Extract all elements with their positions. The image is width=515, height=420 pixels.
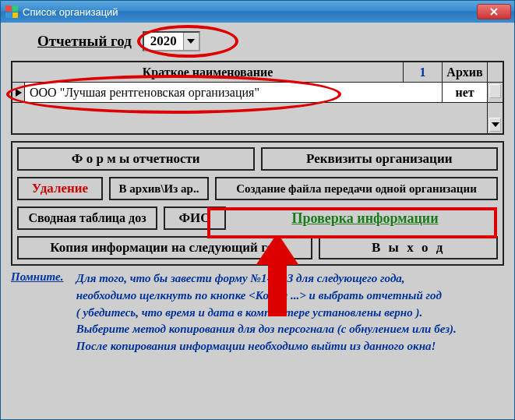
note-block: Помните. Для того, что бы завести форму … bbox=[5, 266, 510, 355]
grid-header: Краткое наименование 1 Архив bbox=[12, 62, 503, 83]
window: Список организаций Отчетный год 2020 Кра… bbox=[0, 0, 515, 420]
note-line: необходимо щелкнуть по кнопке <Копия ...… bbox=[76, 289, 442, 302]
cell-org-name: ООО "Лучшая рентгеновская организация" bbox=[25, 83, 442, 102]
scrollbar-head bbox=[487, 62, 503, 82]
col-count: 1 bbox=[403, 62, 442, 82]
year-row: Отчетный год 2020 bbox=[5, 26, 510, 56]
note-heading: Помните. bbox=[11, 270, 73, 284]
exit-button[interactable]: В ы х о д bbox=[319, 236, 498, 259]
delete-button[interactable]: Удаление bbox=[17, 177, 103, 200]
scroll-down-icon[interactable] bbox=[489, 118, 501, 132]
note-text: Для того, что бы завести форму №1-ДОЗ дл… bbox=[76, 270, 503, 355]
chevron-down-icon[interactable] bbox=[183, 33, 199, 50]
note-line: Для того, что бы завести форму №1-ДОЗ дл… bbox=[76, 272, 405, 284]
scroll-up-icon[interactable] bbox=[489, 84, 501, 98]
window-title: Список организаций bbox=[23, 6, 477, 18]
col-name-header: Краткое наименование bbox=[12, 62, 403, 82]
cell-archive: нет bbox=[442, 83, 487, 102]
copy-button[interactable]: Копия информации на следующий год bbox=[17, 236, 312, 259]
forms-button[interactable]: Ф о р м ы отчетности bbox=[17, 147, 255, 171]
scrollbar[interactable] bbox=[487, 83, 503, 102]
check-info-link[interactable]: Проверка информации bbox=[287, 210, 443, 227]
create-file-button[interactable]: Создание файла передачи одной организаци… bbox=[215, 177, 498, 200]
note-line: ( убедитесь, что время и дата в компьюте… bbox=[76, 306, 422, 319]
table-row[interactable]: ООО "Лучшая рентгеновская организация" н… bbox=[12, 83, 503, 103]
note-line: Выберите метод копирования для доз персо… bbox=[76, 323, 457, 335]
row-marker-icon bbox=[12, 83, 25, 102]
requisites-button[interactable]: Реквизиты организации bbox=[261, 147, 499, 171]
year-select[interactable]: 2020 bbox=[143, 31, 200, 51]
org-grid: Краткое наименование 1 Архив ООО "Лучшая… bbox=[11, 61, 504, 135]
archive-button[interactable]: В архив\Из ар.. bbox=[109, 177, 209, 200]
app-icon bbox=[5, 5, 18, 18]
fio-button[interactable]: ФИО bbox=[164, 206, 226, 230]
note-line: После копирования информации необходимо … bbox=[76, 340, 436, 352]
year-label: Отчетный год bbox=[37, 33, 132, 50]
titlebar: Список организаций bbox=[1, 1, 514, 23]
year-value: 2020 bbox=[144, 33, 183, 50]
close-button[interactable] bbox=[477, 4, 511, 19]
scrollbar-track[interactable] bbox=[487, 103, 503, 133]
col-archive-header: Архив bbox=[442, 62, 487, 82]
button-panel: Ф о р м ы отчетности Реквизиты организац… bbox=[11, 141, 504, 266]
dose-table-button[interactable]: Сводная таблица доз bbox=[17, 206, 157, 230]
